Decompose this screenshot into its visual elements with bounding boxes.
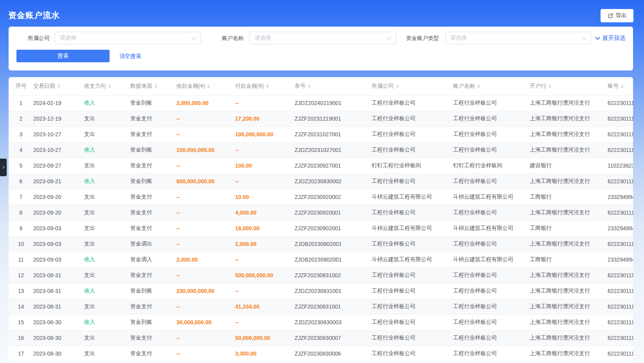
table-cell: 3 <box>9 126 33 142</box>
sort-caret-icon: ▲▼ <box>477 84 480 88</box>
table-cell: ZJDZ20230831001 <box>295 283 372 299</box>
table-cell: 2023-08-30 <box>33 330 84 346</box>
flow-table-card: 序号交易日期▲▼收支方向▲▼数据来源▲▼收款金额(¥)▲▼付款金额(¥)▲▼单号… <box>9 77 633 363</box>
table-cell: 上海工商银行漕河泾支行 <box>530 205 608 220</box>
column-header[interactable]: 账户名称▲▼ <box>453 77 530 95</box>
table-cell: 2023-10-27 <box>33 142 84 158</box>
table-cell: 资金支付 <box>130 330 176 346</box>
table-cell: -- <box>176 158 235 173</box>
table-cell: 100.00 <box>235 158 295 173</box>
sort-caret-icon: ▲▼ <box>108 84 111 88</box>
drawer-handle[interactable] <box>0 159 7 176</box>
account-name-select[interactable]: 请选择 <box>250 32 396 44</box>
table-cell: 工程行业样板公司 <box>372 95 453 111</box>
table-cell: 支出 <box>84 330 130 346</box>
table-row: 82023-09-20支出资金支付--4,000.00ZJZF202309200… <box>9 205 633 220</box>
column-header[interactable]: 数据来源▲▼ <box>130 77 176 95</box>
table-cell: 6222301111 <box>608 95 633 111</box>
search-button[interactable]: 搜索 <box>16 50 110 62</box>
column-header[interactable]: 收支方向▲▼ <box>84 77 130 95</box>
sort-caret-icon: ▲▼ <box>58 84 60 88</box>
table-row: 22023-12-19支出资金支付--17,200.00ZJZF20231219… <box>9 111 633 126</box>
column-header[interactable]: 账号▲▼ <box>608 77 633 95</box>
table-cell: 800,000,000.00 <box>176 173 235 189</box>
table-cell: 资金到账 <box>130 95 176 111</box>
table-cell: 工程行业样板公司 <box>453 236 530 252</box>
table-cell: -- <box>235 252 295 267</box>
export-button-label: 导出 <box>616 12 627 19</box>
column-header[interactable]: 交易日期▲▼ <box>33 77 84 95</box>
filter-label-company: 所属公司 <box>28 32 50 44</box>
table-cell: 6222301111 <box>608 314 633 330</box>
table-cell: 上海工商银行漕河泾支行 <box>530 142 608 158</box>
export-button[interactable]: 导出 <box>601 9 633 22</box>
table-cell: 工程行业样板公司 <box>453 267 530 283</box>
table-cell: 支出 <box>84 299 130 314</box>
column-header[interactable]: 付款金额(¥)▲▼ <box>235 77 295 95</box>
table-cell: 6 <box>9 173 33 189</box>
sort-caret-icon: ▲▼ <box>266 84 269 88</box>
table-cell: 支出 <box>84 189 130 205</box>
table-cell: -- <box>235 173 295 189</box>
table-cell: 资金到账 <box>130 173 176 189</box>
table-row: 72023-09-20支出资金支付--10.00ZJZF20230920002斗… <box>9 189 633 205</box>
table-cell: 支出 <box>84 205 130 220</box>
table-cell: 支出 <box>84 267 130 283</box>
table-cell: 斗栱云建筑工程有限公司 <box>372 220 453 236</box>
table-cell: ZJZF20230920002 <box>295 189 372 205</box>
table-cell: 233294994 <box>608 189 633 205</box>
table-cell: 工程行业样板公司 <box>372 314 453 330</box>
table-cell: 2 <box>9 111 33 126</box>
sort-caret-icon: ▲▼ <box>549 84 551 88</box>
column-header[interactable]: 开户行▲▼ <box>530 77 608 95</box>
table-cell: 资金支付 <box>130 189 176 205</box>
table-cell: 6222301111 <box>608 205 633 220</box>
table-cell: 上海工商银行漕河泾支行 <box>530 236 608 252</box>
company-select[interactable]: 请选择 <box>55 32 201 44</box>
table-head-row: 序号交易日期▲▼收支方向▲▼数据来源▲▼收款金额(¥)▲▼付款金额(¥)▲▼单号… <box>9 77 633 95</box>
table-cell: 2,000.00 <box>176 252 235 267</box>
table-row: 32023-10-27支出资金支付--100,000,000.00ZJZF202… <box>9 126 633 142</box>
table-cell: 6222301111 <box>608 142 633 158</box>
table-cell: 资金到账 <box>130 283 176 299</box>
table-cell: -- <box>176 299 235 314</box>
table-row: 92023-09-03支出资金支付--16,000.00ZJZF20230902… <box>9 220 633 236</box>
table-cell: 斗栱云建筑工程有限公司 <box>372 252 453 267</box>
table-cell: 6222301111 <box>608 267 633 283</box>
table-cell: 16,000.00 <box>235 220 295 236</box>
table-cell: ZJDB20230902001 <box>295 252 372 267</box>
table-cell: 17 <box>9 346 33 361</box>
table-cell: 资金支付 <box>130 299 176 314</box>
table-cell: -- <box>176 346 235 361</box>
table-cell: 上海工商银行漕河泾支行 <box>530 314 608 330</box>
table-cell: ZJZF20230831001 <box>295 299 372 314</box>
table-cell: 支出 <box>84 346 130 361</box>
table-cell: -- <box>176 236 235 252</box>
table-cell: ZJZF20230902001 <box>295 220 372 236</box>
table-cell: ZJZF20230830007 <box>295 330 372 346</box>
flow-table: 序号交易日期▲▼收支方向▲▼数据来源▲▼收款金额(¥)▲▼付款金额(¥)▲▼单号… <box>9 77 633 362</box>
table-cell: 11 <box>9 252 33 267</box>
column-header[interactable]: 所属公司▲▼ <box>372 77 453 95</box>
table-row: 102023-09-03支出资金调出--2,000.00ZJDB20230902… <box>9 236 633 252</box>
column-header[interactable]: 单号▲▼ <box>295 77 372 95</box>
chevron-down-icon <box>192 35 196 40</box>
table-cell: 2023-09-27 <box>33 158 84 173</box>
expand-filter-link[interactable]: 展开筛选 <box>596 32 626 44</box>
table-cell: 15 <box>9 314 33 330</box>
sort-caret-icon: ▲▼ <box>396 84 399 88</box>
table-cell: 支出 <box>84 158 130 173</box>
table-cell: 8 <box>9 205 33 220</box>
table-cell: 工程行业样板公司 <box>453 95 530 111</box>
table-cell: 上海工商银行漕河泾支行 <box>530 95 608 111</box>
table-row: 132023-08-31收入资金到账230,000,000.00--ZJDZ20… <box>9 283 633 299</box>
column-header[interactable]: 收款金额(¥)▲▼ <box>176 77 235 95</box>
table-cell: -- <box>176 220 235 236</box>
account-type-select[interactable]: 请选择 <box>445 32 591 44</box>
table-cell: -- <box>176 111 235 126</box>
clear-search-link[interactable]: 清空搜索 <box>119 50 141 62</box>
table-cell: 2023-09-21 <box>33 173 84 189</box>
table-cell: 工程行业样板公司 <box>372 299 453 314</box>
table-cell: 上海工商银行漕河泾支行 <box>530 346 608 361</box>
expand-filter-label: 展开筛选 <box>602 34 626 42</box>
